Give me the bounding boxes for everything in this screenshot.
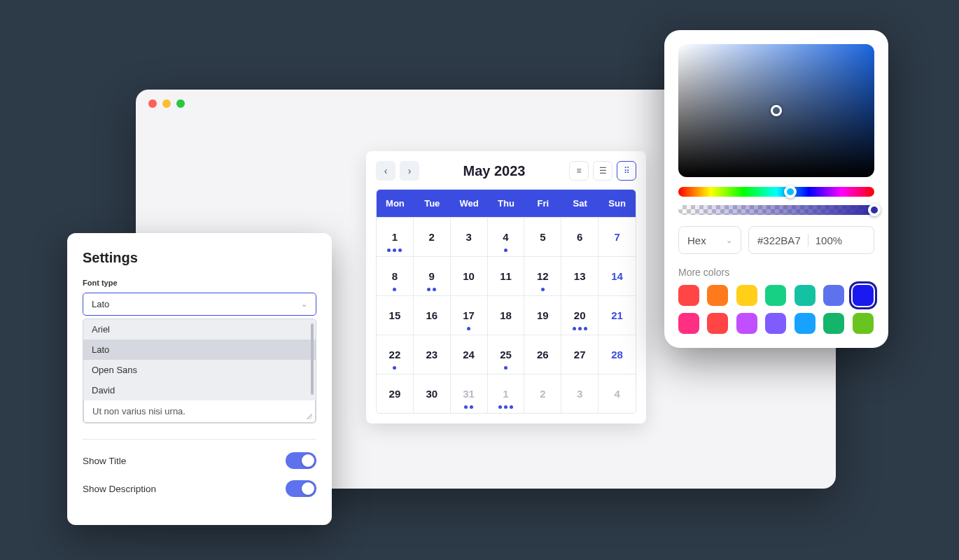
calendar-cell[interactable]: 18 (488, 295, 525, 335)
calendar-cell[interactable]: 13 (561, 256, 598, 295)
calendar-cell[interactable]: 30 (414, 374, 451, 413)
settings-panel: Settings Font type Lato ⌄ ArielLatoOpen … (67, 233, 332, 525)
calendar-cell[interactable]: 25 (488, 335, 525, 374)
calendar-cell[interactable]: 28 (598, 335, 636, 374)
calendar-cell[interactable]: 2 (414, 217, 451, 256)
calendar-cell[interactable]: 6 (561, 217, 598, 256)
chevron-down-icon: ⌄ (726, 236, 732, 245)
description-textarea[interactable]: Ut non varius nisi urna. (83, 400, 316, 423)
calendar-cell[interactable]: 29 (377, 374, 414, 413)
color-swatch[interactable] (765, 313, 786, 334)
calendar-cell[interactable]: 24 (451, 335, 488, 374)
hue-slider-thumb[interactable] (784, 186, 797, 198)
calendar-cell[interactable]: 1 (488, 374, 525, 413)
alpha-slider[interactable] (678, 205, 874, 215)
calendar-cell[interactable]: 10 (451, 256, 488, 295)
dropdown-scrollbar[interactable] (311, 323, 314, 395)
color-swatch[interactable] (707, 313, 728, 334)
calendar-view-grid-button[interactable]: ⠿ (617, 161, 636, 181)
window-maximize-button[interactable] (176, 99, 185, 108)
hex-input[interactable]: #322BA7 100% (748, 226, 874, 254)
calendar-cell[interactable]: 15 (377, 295, 414, 335)
show-description-toggle[interactable] (286, 480, 316, 497)
calendar-view-list-button[interactable]: ≡ (569, 161, 589, 181)
calendar-cell[interactable]: 21 (598, 295, 636, 335)
calendar-cell[interactable]: 16 (414, 295, 451, 335)
event-dots (393, 288, 396, 291)
calendar-cell[interactable]: 12 (524, 256, 561, 295)
calendar-cell[interactable]: 14 (598, 256, 636, 295)
color-swatch[interactable] (823, 313, 844, 334)
calendar-cell[interactable]: 27 (561, 335, 598, 374)
calendar-cell-number: 10 (463, 270, 475, 282)
color-format-value: Hex (687, 234, 706, 246)
calendar-cell[interactable]: 3 (561, 374, 598, 413)
event-dots (393, 366, 396, 370)
calendar-grid: MonTueWedThuFriSatSun 123456789101112131… (376, 189, 636, 414)
color-picker-handle[interactable] (771, 105, 782, 116)
calendar-next-button[interactable]: › (400, 161, 419, 181)
calendar-day-header: Tue (414, 190, 451, 217)
color-swatch[interactable] (736, 313, 757, 334)
calendar-cell[interactable]: 11 (488, 256, 525, 295)
calendar-cell[interactable]: 19 (524, 295, 561, 335)
font-type-dropdown: ArielLatoOpen SansDavid Ut non varius ni… (83, 318, 316, 424)
divider (83, 439, 316, 440)
font-option[interactable]: Ariel (83, 319, 316, 340)
calendar-cell[interactable]: 5 (524, 217, 561, 256)
color-swatch[interactable] (853, 313, 874, 334)
alpha-slider-thumb[interactable] (868, 204, 881, 216)
calendar-cell[interactable]: 2 (524, 374, 561, 413)
calendar-cell-number: 27 (574, 349, 586, 360)
calendar-cell-number: 13 (574, 270, 586, 282)
font-option[interactable]: David (83, 380, 316, 400)
font-option[interactable]: Lato (83, 340, 316, 360)
window-close-button[interactable] (148, 99, 157, 108)
calendar-cell[interactable]: 23 (414, 335, 451, 374)
window-minimize-button[interactable] (162, 99, 171, 108)
calendar-cell[interactable]: 7 (598, 217, 636, 256)
show-title-toggle[interactable] (286, 452, 316, 469)
divider (808, 234, 808, 246)
color-swatch[interactable] (678, 285, 699, 306)
calendar-day-header: Thu (488, 190, 525, 217)
color-swatch[interactable] (765, 285, 786, 306)
color-format-select[interactable]: Hex ⌄ (678, 226, 741, 254)
calendar-cell[interactable]: 4 (598, 374, 636, 413)
calendar-cell[interactable]: 31 (451, 374, 488, 413)
calendar-cell[interactable]: 8 (377, 256, 414, 295)
calendar-cell[interactable]: 9 (414, 256, 451, 295)
calendar-cell[interactable]: 22 (377, 335, 414, 374)
color-picker-panel: Hex ⌄ #322BA7 100% More colors (664, 30, 888, 348)
calendar-cell-number: 24 (463, 349, 475, 360)
calendar-cell-number: 16 (426, 309, 438, 321)
calendar-view-agenda-button[interactable]: ☰ (593, 161, 612, 181)
calendar-cell-number: 1 (392, 231, 398, 243)
font-type-select[interactable]: Lato ⌄ (83, 293, 316, 316)
calendar-cell[interactable]: 4 (488, 217, 525, 256)
show-description-label: Show Description (83, 484, 156, 494)
color-picker-canvas[interactable] (678, 44, 874, 177)
calendar-cell-number: 2 (540, 388, 545, 400)
color-swatch[interactable] (823, 285, 844, 306)
calendar-cell[interactable]: 20 (561, 295, 598, 335)
calendar-cell-number: 17 (463, 309, 475, 321)
font-option[interactable]: Open Sans (83, 360, 316, 380)
color-swatch[interactable] (678, 313, 699, 334)
color-swatch[interactable] (736, 285, 757, 306)
calendar-prev-button[interactable]: ‹ (376, 161, 396, 181)
calendar-cell[interactable]: 3 (451, 217, 488, 256)
calendar-cell-number: 11 (500, 270, 512, 282)
calendar-cell-number: 18 (500, 309, 512, 321)
color-swatch[interactable] (794, 285, 816, 306)
hex-value: #322BA7 (757, 234, 801, 246)
calendar-cell[interactable]: 26 (524, 335, 561, 374)
chevron-right-icon: › (408, 165, 412, 176)
calendar-cell[interactable]: 1 (377, 217, 414, 256)
hue-slider[interactable] (678, 187, 874, 197)
color-swatch[interactable] (853, 285, 874, 306)
color-swatch[interactable] (794, 313, 816, 334)
calendar-cell[interactable]: 17 (451, 295, 488, 335)
event-dots (464, 405, 473, 409)
color-swatch[interactable] (707, 285, 728, 306)
